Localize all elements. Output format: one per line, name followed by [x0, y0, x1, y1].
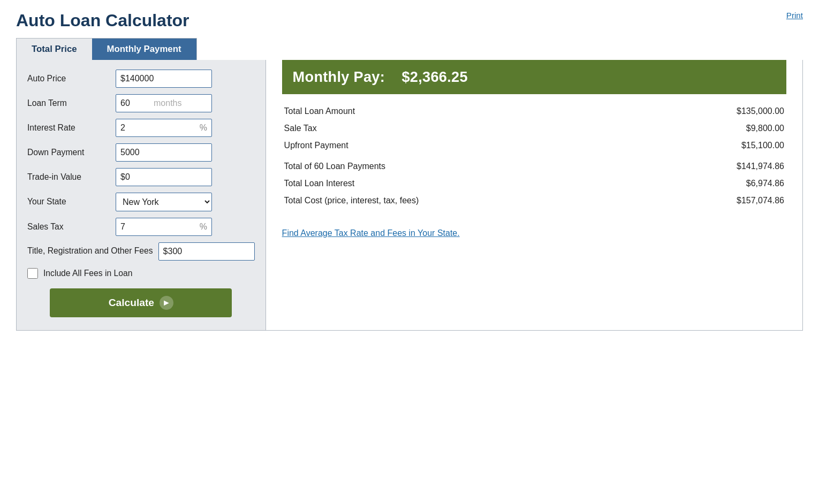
include-fees-checkbox[interactable]	[27, 268, 38, 279]
result-value: $141,974.86	[649, 154, 786, 175]
interest-rate-input-wrap: %	[116, 119, 212, 137]
auto-price-input[interactable]	[116, 70, 211, 87]
sales-tax-label: Sales Tax	[27, 222, 110, 232]
table-row: Sale Tax$9,800.00	[282, 120, 786, 137]
table-row: Total of 60 Loan Payments$141,974.86	[282, 154, 786, 175]
fees-input-wrap	[158, 242, 255, 261]
monthly-pay-value: $2,366.25	[401, 68, 467, 85]
result-label: Total Cost (price, interest, tax, fees)	[282, 192, 649, 209]
result-value: $135,000.00	[649, 103, 786, 120]
loan-term-suffix: months	[154, 95, 186, 112]
left-panel: Auto Price Loan Term months Interest Rat…	[17, 60, 266, 330]
interest-rate-suffix: %	[200, 119, 211, 136]
page-title: Auto Loan Calculator	[16, 11, 803, 30]
your-state-select[interactable]: AlabamaAlaskaArizonaArkansasCaliforniaCo…	[116, 193, 211, 211]
trade-in-input-wrap	[116, 168, 212, 186]
right-panel: Monthly Pay: $2,366.25 Total Loan Amount…	[266, 60, 802, 254]
down-payment-input[interactable]	[116, 144, 211, 161]
result-label: Sale Tax	[282, 120, 649, 137]
result-value: $9,800.00	[649, 120, 786, 137]
calculate-arrow-icon: ►	[160, 296, 173, 310]
results-table: Total Loan Amount$135,000.00Sale Tax$9,8…	[282, 103, 786, 209]
result-value: $157,074.86	[649, 192, 786, 209]
result-value: $15,100.00	[649, 137, 786, 154]
table-row: Upfront Payment$15,100.00	[282, 137, 786, 154]
auto-price-input-wrap	[116, 70, 212, 88]
print-link[interactable]: Print	[786, 11, 803, 20]
fees-input[interactable]	[159, 243, 254, 260]
monthly-pay-banner: Monthly Pay: $2,366.25	[282, 60, 786, 94]
your-state-label: Your State	[27, 196, 110, 207]
down-payment-input-wrap	[116, 143, 212, 162]
trade-in-input[interactable]	[116, 169, 211, 186]
loan-term-input[interactable]	[116, 95, 154, 112]
auto-price-label: Auto Price	[27, 73, 110, 84]
auto-price-row: Auto Price	[27, 70, 255, 88]
fees-row: Title, Registration and Other Fees	[27, 242, 255, 261]
include-fees-label[interactable]: Include All Fees in Loan	[43, 269, 132, 278]
tabs: Total Price Monthly Payment	[16, 38, 197, 60]
your-state-select-wrap: AlabamaAlaskaArizonaArkansasCaliforniaCo…	[116, 193, 212, 211]
trade-in-label: Trade-in Value	[27, 172, 110, 182]
loan-term-label: Loan Term	[27, 98, 110, 109]
fees-label: Title, Registration and Other Fees	[27, 242, 153, 256]
tab-total-price[interactable]: Total Price	[17, 39, 92, 60]
sales-tax-input-wrap: %	[116, 218, 212, 236]
calculate-button[interactable]: Calculate ►	[50, 288, 232, 317]
loan-term-row: Loan Term months	[27, 94, 255, 112]
interest-rate-input[interactable]	[116, 119, 200, 136]
result-value: $6,974.86	[649, 175, 786, 192]
sales-tax-input[interactable]	[116, 218, 200, 235]
calculate-label: Calculate	[109, 297, 154, 309]
loan-term-input-wrap: months	[116, 94, 212, 112]
your-state-row: Your State AlabamaAlaskaArizonaArkansasC…	[27, 193, 255, 211]
find-tax-link[interactable]: Find Average Tax Rate and Fees in Your S…	[282, 228, 460, 238]
down-payment-label: Down Payment	[27, 147, 110, 158]
result-label: Total of 60 Loan Payments	[282, 154, 649, 175]
interest-rate-label: Interest Rate	[27, 123, 110, 133]
table-row: Total Loan Interest$6,974.86	[282, 175, 786, 192]
sales-tax-suffix: %	[200, 218, 211, 235]
tab-monthly-payment[interactable]: Monthly Payment	[92, 39, 196, 60]
monthly-pay-label: Monthly Pay:	[293, 68, 385, 85]
result-label: Total Loan Interest	[282, 175, 649, 192]
include-fees-row: Include All Fees in Loan	[27, 268, 255, 279]
table-row: Total Loan Amount$135,000.00	[282, 103, 786, 120]
down-payment-row: Down Payment	[27, 143, 255, 162]
sales-tax-row: Sales Tax %	[27, 218, 255, 236]
result-label: Total Loan Amount	[282, 103, 649, 120]
trade-in-row: Trade-in Value	[27, 168, 255, 186]
result-label: Upfront Payment	[282, 137, 649, 154]
interest-rate-row: Interest Rate %	[27, 119, 255, 137]
table-row: Total Cost (price, interest, tax, fees)$…	[282, 192, 786, 209]
